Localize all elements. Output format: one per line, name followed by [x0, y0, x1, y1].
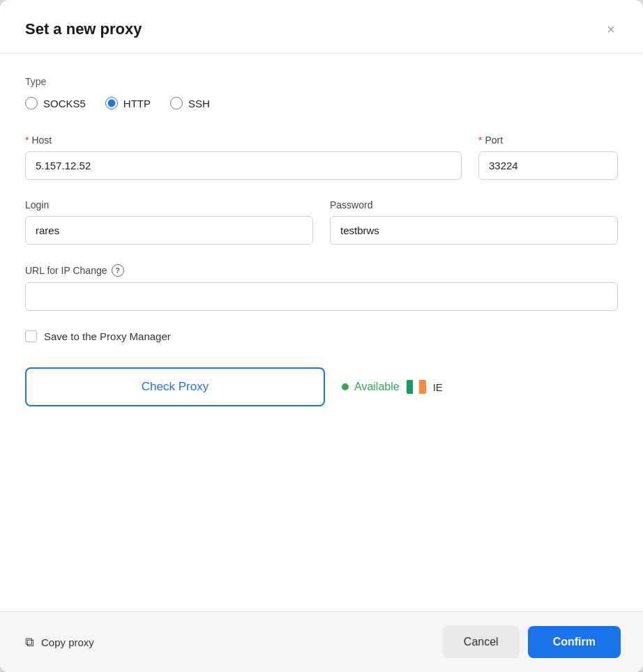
- set-proxy-dialog: Set a new proxy × Type SOCKS5 HTTP SSH: [0, 0, 643, 672]
- proxy-type-group: SOCKS5 HTTP SSH: [25, 97, 618, 109]
- radio-socks5[interactable]: SOCKS5: [25, 97, 86, 109]
- dialog-title: Set a new proxy: [25, 20, 142, 38]
- proxy-status: Available IE: [342, 380, 443, 394]
- cancel-button[interactable]: Cancel: [443, 626, 520, 658]
- copy-proxy-button[interactable]: ⧉ Copy proxy: [22, 629, 97, 655]
- close-button[interactable]: ×: [601, 20, 621, 39]
- host-group: * Host: [25, 135, 462, 180]
- status-available-label: Available: [354, 381, 400, 393]
- dialog-body: Type SOCKS5 HTTP SSH * Host: [0, 54, 643, 611]
- check-proxy-row: Check Proxy Available IE: [25, 367, 618, 406]
- host-label: * Host: [25, 135, 462, 146]
- status-country-code: IE: [433, 381, 443, 393]
- copy-icon: ⧉: [25, 635, 34, 650]
- status-dot: [342, 383, 349, 390]
- login-group: Login: [25, 199, 313, 245]
- host-required-star: *: [25, 135, 29, 146]
- radio-input-socks5[interactable]: [25, 97, 38, 109]
- password-input[interactable]: [330, 216, 618, 245]
- url-input[interactable]: [25, 282, 618, 311]
- save-proxy-label: Save to the Proxy Manager: [44, 330, 171, 342]
- radio-label-http: HTTP: [123, 98, 151, 109]
- radio-label-socks5: SOCKS5: [43, 98, 86, 109]
- check-proxy-button[interactable]: Check Proxy: [25, 367, 325, 406]
- type-label: Type: [25, 76, 618, 87]
- confirm-button[interactable]: Confirm: [528, 626, 621, 658]
- save-proxy-checkbox[interactable]: [25, 330, 37, 342]
- host-port-row: * Host * Port: [25, 135, 618, 180]
- dialog-footer: ⧉ Copy proxy Cancel Confirm: [0, 611, 643, 672]
- login-password-row: Login Password: [25, 199, 618, 245]
- footer-actions: Cancel Confirm: [443, 626, 621, 658]
- port-label: * Port: [478, 135, 618, 146]
- login-label: Login: [25, 199, 313, 211]
- login-input[interactable]: [25, 216, 313, 245]
- radio-label-ssh: SSH: [188, 98, 210, 109]
- radio-http[interactable]: HTTP: [105, 97, 151, 109]
- password-label: Password: [330, 199, 618, 211]
- url-label: URL for IP Change ?: [25, 264, 618, 277]
- radio-input-http[interactable]: [105, 97, 118, 109]
- radio-ssh[interactable]: SSH: [170, 97, 210, 109]
- url-help-icon[interactable]: ?: [112, 264, 124, 277]
- port-required-star: *: [478, 135, 482, 146]
- port-group: * Port: [478, 135, 618, 180]
- save-proxy-row: Save to the Proxy Manager: [25, 330, 618, 342]
- dialog-header: Set a new proxy ×: [0, 0, 643, 54]
- flag-ireland-icon: [407, 380, 426, 394]
- password-group: Password: [330, 199, 618, 245]
- url-section: URL for IP Change ?: [25, 264, 618, 311]
- radio-input-ssh[interactable]: [170, 97, 183, 109]
- copy-proxy-label: Copy proxy: [41, 636, 94, 648]
- host-input[interactable]: [25, 151, 462, 180]
- port-input[interactable]: [478, 151, 618, 180]
